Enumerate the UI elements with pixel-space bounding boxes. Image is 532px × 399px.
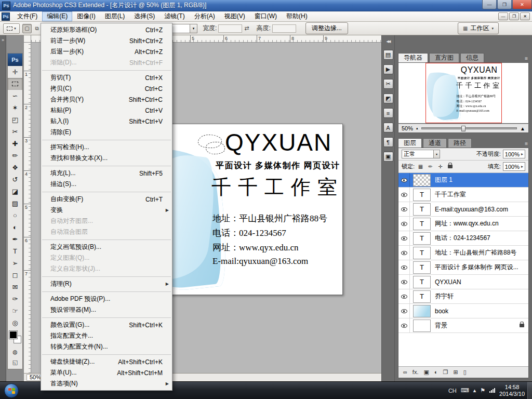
workspace-button[interactable]: ▦ 工作区 ▾ [458, 22, 499, 34]
quick-selection-tool[interactable]: ✶ [8, 102, 22, 114]
visibility-toggle[interactable] [398, 173, 410, 187]
menu-item-image[interactable]: 图像(I) [72, 11, 100, 21]
menu-item[interactable]: 拼写检查(H)... [41, 142, 172, 153]
panel-menu-icon[interactable]: ≡ [525, 141, 529, 148]
taskbar-clock[interactable]: 14:58 2014/3/10 [499, 384, 525, 397]
slice-tool[interactable]: ✂ [8, 126, 22, 138]
menu-item[interactable]: Adobe PDF 预设(P)... [41, 294, 172, 304]
menu-item[interactable] [41, 190, 172, 194]
visibility-toggle[interactable] [398, 202, 410, 216]
tab-histogram[interactable]: 直方图 [429, 53, 459, 62]
menu-item[interactable] [41, 352, 172, 356]
layer-row[interactable]: T 平面设计 多媒体制作 网页设... [398, 260, 528, 275]
show-hidden-icons-icon[interactable]: ▴ [473, 387, 476, 394]
menu-item[interactable]: 还原矩形选框(O) Ctrl+Z [41, 24, 172, 35]
layer-row[interactable]: book [398, 304, 528, 318]
show-desktop-button[interactable] [527, 382, 532, 399]
history-panel-icon[interactable]: ▤ [383, 50, 393, 60]
menu-item[interactable] [41, 138, 172, 142]
crop-tool[interactable]: ◰ [8, 114, 22, 126]
layer-row[interactable]: T E-mail:qyuxuan@163.com [398, 202, 528, 217]
navigator-zoom-slider[interactable] [421, 127, 517, 129]
visibility-toggle[interactable] [398, 275, 410, 289]
history-brush-tool[interactable]: ↺ [8, 174, 22, 185]
layer-row[interactable]: T 电话：024-1234567 [398, 231, 528, 246]
menu-item[interactable]: 自动对齐图层... [41, 216, 172, 227]
paragraph-panel-icon[interactable]: ¶ [383, 137, 393, 147]
shape-tool[interactable]: ◻ [8, 269, 22, 281]
visibility-toggle[interactable] [398, 260, 410, 274]
doc-minimize-button[interactable]: — [498, 12, 508, 20]
hand-tool[interactable]: ☞ [8, 305, 22, 317]
menu-item-layer[interactable]: 图层(L) [100, 11, 130, 21]
width-input[interactable] [218, 24, 242, 33]
menu-item[interactable]: 转换为配置文件(N)... [41, 341, 172, 352]
toolbox-collapse-strip[interactable]: » [0, 35, 6, 381]
menu-item[interactable]: 清除(E) [41, 127, 172, 138]
menu-item[interactable]: 填充(L)... Shift+F5 [41, 168, 172, 179]
menu-item[interactable]: 自由变换(F) Ctrl+T [41, 194, 172, 205]
layer-row[interactable]: T QYXUAN [398, 275, 528, 289]
menu-item[interactable]: 查找和替换文本(X)... [41, 153, 172, 164]
actions-panel-icon[interactable]: ▶ [383, 64, 393, 74]
fill-field[interactable]: 100% ▸ [503, 162, 525, 171]
swap-dimensions-icon[interactable]: ⇄ [244, 25, 249, 32]
pen-tool[interactable]: ✒ [8, 233, 22, 245]
menu-item[interactable]: 剪切(T) Ctrl+X [41, 72, 172, 83]
screen-mode-icon[interactable]: ◱ [8, 357, 22, 367]
layer-style-icon[interactable]: fx. [413, 369, 419, 375]
menu-item[interactable]: 渐隐(D)... Shift+Ctrl+F [41, 57, 172, 68]
menu-item[interactable]: 预设管理器(M)... [41, 304, 172, 315]
opacity-field[interactable]: 100% ▸ [503, 150, 525, 158]
expand-dock-icon[interactable]: ◀◀ [387, 39, 390, 44]
layer-row[interactable]: T 乔宇轩 [398, 289, 528, 304]
menu-item[interactable]: 前进一步(W) Shift+Ctrl+Z [41, 35, 172, 46]
character-panel-icon[interactable]: A [383, 123, 393, 132]
tab-channels[interactable]: 通道 [423, 138, 447, 148]
dodge-tool[interactable]: ◐ [8, 221, 22, 233]
menu-item[interactable]: 指定配置文件... [41, 330, 172, 341]
lasso-tool[interactable]: ∽ [8, 90, 22, 102]
menu-item-analysis[interactable]: 分析(A) [190, 11, 220, 21]
menu-item[interactable] [41, 68, 172, 72]
rectangular-marquee-tool[interactable] [8, 78, 22, 90]
menu-item-file[interactable]: 文件(F) [12, 11, 42, 21]
healing-brush-tool[interactable]: ✚ [8, 138, 22, 150]
tab-paths[interactable]: 路径 [448, 138, 472, 148]
language-indicator[interactable]: CH [448, 388, 457, 394]
menu-item[interactable]: 后退一步(K) Alt+Ctrl+Z [41, 46, 172, 57]
menu-item[interactable]: 变换 ▶ [41, 205, 172, 216]
visibility-toggle[interactable] [398, 217, 410, 231]
blend-mode-select[interactable]: 正常 ▾ [402, 150, 440, 158]
tool-presets-panel-icon[interactable]: ✂ [383, 79, 393, 89]
refine-edge-button[interactable]: 调整边缘... [305, 22, 348, 34]
menu-item[interactable]: 定义图案(Q)... [41, 252, 172, 263]
menu-item[interactable]: 贴入(I) Shift+Ctrl+V [41, 116, 172, 127]
network-icon[interactable] [489, 388, 495, 393]
gradient-tool[interactable]: ▨ [8, 197, 22, 209]
visibility-toggle[interactable] [398, 231, 410, 245]
layer-comps-panel-icon[interactable]: ▣ [383, 152, 393, 162]
menu-item[interactable]: 菜单(U)... Alt+Shift+Ctrl+M [41, 367, 172, 378]
action-center-flag-icon[interactable]: ⚑ [480, 387, 485, 394]
blur-tool[interactable]: ○ [8, 209, 22, 221]
new-selection-icon[interactable]: ▢ [22, 24, 32, 33]
link-layers-icon[interactable]: ∞ [403, 369, 407, 375]
menu-item[interactable] [41, 274, 172, 278]
navigator-proxy-view[interactable]: QYXUAN 平面设计 多媒体制作 网页设计 千千工作室 地址：平山县银州广裕路… [425, 63, 502, 123]
new-layer-icon[interactable]: ⊞ [453, 369, 458, 375]
quick-mask-icon[interactable]: ◍ [8, 347, 22, 357]
start-button[interactable] [4, 383, 19, 398]
adjustment-layer-icon[interactable]: ◐ [434, 369, 438, 375]
visibility-toggle[interactable] [398, 246, 410, 260]
type-tool[interactable]: T [8, 245, 22, 257]
menu-item[interactable]: 首选项(N) ▶ [41, 378, 172, 389]
lock-transparency-icon[interactable]: ▦ [417, 163, 424, 170]
keyboard-icon[interactable]: ⌨ [461, 387, 469, 394]
styles-panel-icon[interactable]: ◩ [383, 94, 393, 103]
minimize-button[interactable]: — [482, 0, 497, 9]
zoom-out-icon[interactable]: ▴ [416, 126, 418, 130]
height-input[interactable] [272, 24, 296, 33]
layer-row[interactable]: 背景 [398, 318, 528, 333]
menu-item-help[interactable]: 帮助(H) [282, 11, 312, 21]
